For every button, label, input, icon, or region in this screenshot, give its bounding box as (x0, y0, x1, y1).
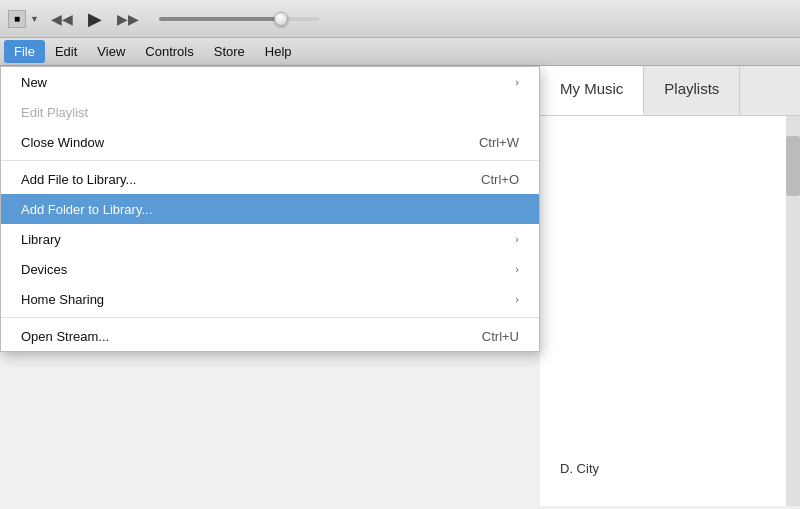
file-dropdown-menu: New › Edit Playlist Close Window Ctrl+W … (0, 66, 540, 352)
separator-1 (1, 160, 539, 161)
menu-close-window-shortcut: Ctrl+W (479, 135, 519, 150)
city-text: D. City (560, 461, 599, 476)
title-bar-controls: ■ ▼ (8, 10, 39, 28)
menu-item-file[interactable]: File (4, 40, 45, 63)
menu-add-file-shortcut: Ctrl+O (481, 172, 519, 187)
tabs-bar: My Music Playlists (540, 66, 800, 116)
menu-bar: File Edit View Controls Store Help (0, 38, 800, 66)
menu-open-stream-label: Open Stream... (21, 329, 109, 344)
tab-my-music[interactable]: My Music (540, 66, 644, 115)
menu-home-sharing-arrow: › (515, 293, 519, 305)
menu-new-arrow: › (515, 76, 519, 88)
menu-new-label: New (21, 75, 47, 90)
menu-close-window-label: Close Window (21, 135, 104, 150)
window-icon-symbol: ■ (14, 13, 20, 24)
tab-playlists-label: Playlists (664, 80, 719, 97)
prev-icon: ◀◀ (51, 11, 73, 27)
menu-add-folder[interactable]: Add Folder to Library... (1, 194, 539, 224)
menu-add-file-label: Add File to Library... (21, 172, 136, 187)
menu-new[interactable]: New › (1, 67, 539, 97)
menu-library-label: Library (21, 232, 61, 247)
prev-button[interactable]: ◀◀ (51, 10, 73, 28)
menu-item-edit[interactable]: Edit (45, 40, 87, 63)
scrollbar-vertical[interactable] (786, 116, 800, 506)
title-bar-dropdown-arrow[interactable]: ▼ (30, 14, 39, 24)
right-content: My Music Playlists D. City (540, 66, 800, 506)
menu-close-window[interactable]: Close Window Ctrl+W (1, 127, 539, 157)
menu-home-sharing-label: Home Sharing (21, 292, 104, 307)
next-button[interactable]: ▶▶ (117, 10, 139, 28)
play-icon: ▶ (88, 8, 102, 30)
menu-item-store[interactable]: Store (204, 40, 255, 63)
tab-my-music-label: My Music (560, 80, 623, 97)
menu-open-stream-shortcut: Ctrl+U (482, 329, 519, 344)
menu-devices-arrow: › (515, 263, 519, 275)
menu-devices-label: Devices (21, 262, 67, 277)
menu-library[interactable]: Library › (1, 224, 539, 254)
menu-edit-playlist-label: Edit Playlist (21, 105, 88, 120)
menu-devices[interactable]: Devices › (1, 254, 539, 284)
tab-playlists[interactable]: Playlists (644, 66, 740, 115)
title-bar: ■ ▼ ◀◀ ▶ ▶▶ (0, 0, 800, 38)
window-icon: ■ (8, 10, 26, 28)
menu-add-file[interactable]: Add File to Library... Ctrl+O (1, 164, 539, 194)
scrollbar-thumb[interactable] (786, 136, 800, 196)
next-icon: ▶▶ (117, 11, 139, 27)
menu-item-help[interactable]: Help (255, 40, 302, 63)
volume-slider[interactable] (159, 17, 319, 21)
menu-item-controls[interactable]: Controls (135, 40, 203, 63)
separator-2 (1, 317, 539, 318)
menu-open-stream[interactable]: Open Stream... Ctrl+U (1, 321, 539, 351)
menu-edit-playlist: Edit Playlist (1, 97, 539, 127)
menu-add-folder-label: Add Folder to Library... (21, 202, 152, 217)
content-area: D. City (540, 116, 800, 506)
menu-item-view[interactable]: View (87, 40, 135, 63)
menu-library-arrow: › (515, 233, 519, 245)
menu-home-sharing[interactable]: Home Sharing › (1, 284, 539, 314)
play-button[interactable]: ▶ (81, 5, 109, 33)
transport-controls: ◀◀ ▶ ▶▶ (51, 5, 139, 33)
slider-thumb[interactable] (274, 12, 288, 26)
slider-track (159, 17, 319, 21)
